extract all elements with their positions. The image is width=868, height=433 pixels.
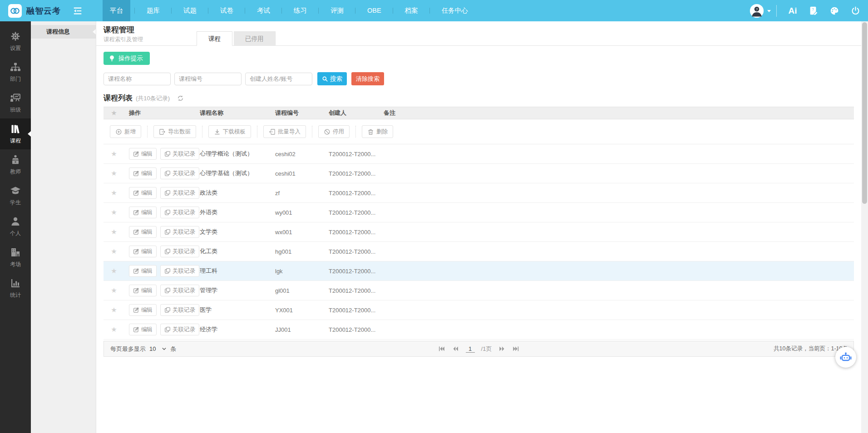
edit-button[interactable]: 编辑: [129, 265, 157, 277]
favorite-star-icon[interactable]: ★: [104, 325, 124, 334]
operation-hint-button[interactable]: 操作提示: [104, 52, 150, 65]
edit-button[interactable]: 编辑: [129, 285, 157, 296]
add-button[interactable]: 新增: [110, 125, 141, 138]
related-records-button[interactable]: 关联记录: [160, 187, 199, 199]
edit-button[interactable]: 编辑: [129, 148, 157, 160]
sidebar-item-exam-room[interactable]: 考场: [0, 242, 31, 273]
edit-button[interactable]: 编辑: [129, 167, 157, 179]
related-records-button[interactable]: 关联记录: [160, 304, 199, 316]
favorite-star-icon[interactable]: ★: [104, 169, 124, 177]
sidebar-item-statistics[interactable]: 统计: [0, 273, 31, 304]
user-avatar-menu[interactable]: [750, 4, 771, 18]
delete-button[interactable]: 删除: [362, 125, 393, 138]
ai-assistant-button[interactable]: Ai: [787, 5, 798, 17]
nav-item-platform[interactable]: 平台: [103, 0, 130, 21]
current-page-input[interactable]: 1: [466, 345, 475, 353]
favorite-star-icon[interactable]: ★: [104, 228, 124, 236]
edit-button[interactable]: 编辑: [129, 324, 157, 335]
table-row[interactable]: ★ 编辑 关联记录 经济学 JJ001 T200012-T2000...: [104, 320, 854, 340]
tab-bar: 课程 已停用: [197, 31, 276, 46]
related-records-button[interactable]: 关联记录: [160, 324, 199, 335]
table-row[interactable]: ★ 编辑 关联记录 管理学 gl001 T200012-T2000...: [104, 281, 854, 300]
download-template-button[interactable]: 下载模板: [208, 125, 251, 138]
related-records-label: 关联记录: [173, 170, 195, 177]
nav-item-question-bank[interactable]: 题库: [139, 0, 167, 21]
delete-label: 删除: [376, 128, 388, 136]
favorite-star-icon[interactable]: ★: [104, 208, 124, 216]
search-button[interactable]: 搜索: [317, 72, 347, 85]
disable-button[interactable]: 停用: [318, 125, 350, 138]
edit-button[interactable]: 编辑: [129, 207, 157, 218]
related-records-label: 关联记录: [173, 150, 195, 158]
nav-item-questions[interactable]: 试题: [176, 0, 204, 21]
clear-search-button[interactable]: 清除搜索: [351, 72, 384, 85]
creator-input[interactable]: [245, 73, 312, 85]
sidebar-item-teacher[interactable]: 教师: [0, 149, 31, 180]
sidebar-item-course[interactable]: 课程: [0, 118, 31, 149]
theme-button[interactable]: [829, 5, 840, 17]
subsidebar-item-course-info[interactable]: 课程信息: [31, 25, 96, 39]
nav-item-obe[interactable]: OBE: [360, 0, 389, 21]
edit-button[interactable]: 编辑: [129, 304, 157, 316]
course-name: 管理学: [195, 286, 271, 295]
course-code: lgk: [271, 268, 324, 275]
related-records-button[interactable]: 关联记录: [160, 285, 199, 296]
ai-robot-button[interactable]: [835, 347, 856, 368]
sidebar-item-department[interactable]: 部门: [0, 57, 31, 88]
sidebar-item-class[interactable]: 班级: [0, 88, 31, 118]
table-row-highlighted[interactable]: ★ 编辑 关联记录 理工科 lgk T200012-T2000...: [104, 261, 854, 281]
next-page-icon[interactable]: [498, 345, 506, 352]
nav-item-evaluation[interactable]: 评测: [323, 0, 351, 21]
nav-item-practice[interactable]: 练习: [286, 0, 314, 21]
favorite-star-icon[interactable]: ★: [104, 189, 124, 197]
previous-page-icon[interactable]: [452, 345, 459, 352]
first-page-icon[interactable]: [438, 345, 445, 352]
course-code-input[interactable]: [174, 73, 242, 85]
related-records-button[interactable]: 关联记录: [160, 246, 199, 257]
sidebar-item-student[interactable]: 学生: [0, 180, 31, 211]
favorite-star-icon[interactable]: ★: [104, 150, 124, 158]
related-records-button[interactable]: 关联记录: [160, 167, 199, 179]
related-records-button[interactable]: 关联记录: [160, 226, 199, 238]
scrollbar-thumb[interactable]: [862, 22, 867, 204]
last-page-icon[interactable]: [512, 345, 520, 352]
favorite-star-icon[interactable]: ★: [104, 267, 124, 275]
refresh-icon[interactable]: [177, 95, 184, 102]
edit-button[interactable]: 编辑: [129, 226, 157, 238]
sidebar-item-label: 设置: [10, 44, 21, 52]
left-sidebar: 设置 部门 班级 课程 教师 学生 个人 考场 统计: [0, 21, 31, 433]
course-name-input[interactable]: [104, 73, 171, 85]
sidebar-item-settings[interactable]: 设置: [0, 26, 31, 57]
related-records-button[interactable]: 关联记录: [160, 207, 199, 218]
edit-button[interactable]: 编辑: [129, 246, 157, 257]
nav-item-papers[interactable]: 试卷: [213, 0, 241, 21]
tab-disabled[interactable]: 已停用: [234, 31, 276, 46]
table-row[interactable]: ★ 编辑 关联记录 心理学基础（测试） ceshi01 T200012-T200…: [104, 164, 854, 183]
nav-item-exams[interactable]: 考试: [250, 0, 277, 21]
favorite-star-icon[interactable]: ★: [104, 286, 124, 295]
tab-courses[interactable]: 课程: [197, 31, 232, 46]
table-row[interactable]: ★ 编辑 关联记录 化工类 hg001 T200012-T2000...: [104, 242, 854, 261]
related-records-button[interactable]: 关联记录: [160, 265, 199, 277]
edit-button[interactable]: 编辑: [129, 187, 157, 199]
nav-item-task-center[interactable]: 任务中心: [434, 0, 475, 21]
edit-label: 编辑: [141, 209, 153, 216]
favorite-star-icon[interactable]: ★: [104, 306, 124, 314]
logout-button[interactable]: [850, 5, 861, 17]
table-row[interactable]: ★ 编辑 关联记录 心理学概论（测试） ceshi02 T200012-T200…: [104, 144, 854, 164]
page-size-select[interactable]: 10: [149, 345, 167, 352]
nav-item-archive[interactable]: 档案: [398, 0, 425, 21]
batch-import-button[interactable]: 批量导入: [263, 125, 306, 138]
export-data-button[interactable]: 导出数据: [153, 125, 196, 138]
favorite-star-icon[interactable]: ★: [104, 247, 124, 256]
table-row[interactable]: ★ 编辑 关联记录 医学 YX001 T200012-T2000...: [104, 300, 854, 320]
help-doc-button[interactable]: [808, 5, 819, 17]
table-row[interactable]: ★ 编辑 关联记录 文学类 wx001 T200012-T2000...: [104, 222, 854, 242]
table-row[interactable]: ★ 编辑 关联记录 外语类 wy001 T200012-T2000...: [104, 203, 854, 222]
table-row[interactable]: ★ 编辑 关联记录 政法类 zf T200012-T2000...: [104, 183, 854, 203]
sidebar-item-personal[interactable]: 个人: [0, 211, 31, 242]
divider: [355, 126, 356, 138]
export-label: 导出数据: [168, 128, 191, 136]
related-records-button[interactable]: 关联记录: [160, 148, 199, 160]
collapse-menu-icon[interactable]: [73, 6, 83, 16]
